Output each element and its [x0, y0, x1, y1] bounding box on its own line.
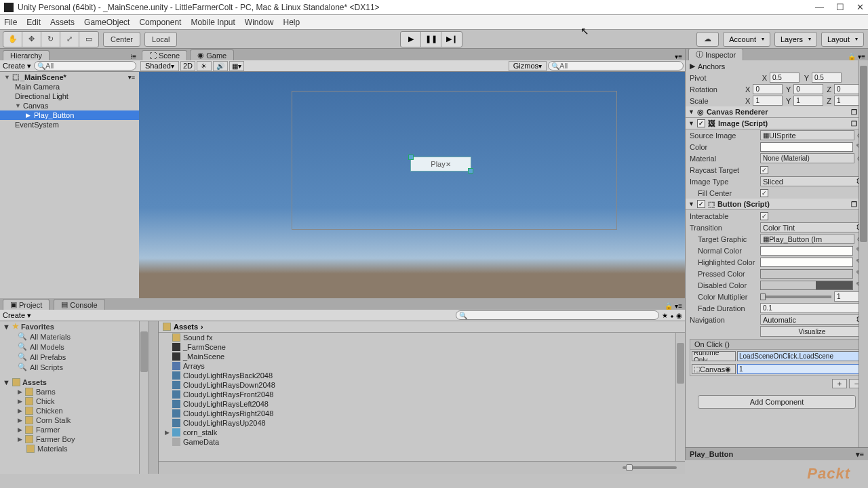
menu-mobileinput[interactable]: Mobile Input: [191, 18, 235, 27]
event-add-button[interactable]: +: [832, 379, 847, 388]
asset-item[interactable]: CloudyLightRaysFront2048: [159, 390, 685, 399]
project-create-dropdown[interactable]: Create ▾: [3, 311, 31, 320]
tool-rotate-icon[interactable]: ↻: [41, 32, 60, 47]
hierarchy-item[interactable]: Main Camera: [0, 82, 139, 92]
scene-tab-menu-icon[interactable]: ▾≡: [675, 53, 682, 60]
cloud-button[interactable]: ☁: [696, 32, 719, 47]
interactable-checkbox[interactable]: [760, 212, 768, 220]
runtime-dropdown[interactable]: Runtime Only: [692, 351, 736, 361]
navigation-dropdown[interactable]: Automatic⇕: [760, 314, 864, 325]
favorite-item[interactable]: 🔍All Scripts: [0, 362, 149, 372]
asset-item[interactable]: Sound fx: [159, 333, 685, 342]
pressed-color-swatch[interactable]: [760, 269, 853, 279]
rot-y-input[interactable]: 0: [793, 84, 823, 94]
fill-center-checkbox[interactable]: [760, 189, 768, 197]
multiplier-slider[interactable]: [760, 296, 831, 298]
fade-duration-input[interactable]: 0.1: [760, 303, 864, 313]
image-type-dropdown[interactable]: Sliced⇕: [760, 176, 864, 186]
scale-y-input[interactable]: 1: [793, 96, 823, 106]
menu-help[interactable]: Help: [283, 18, 300, 27]
asset-item[interactable]: CloudyLightRaysUp2048: [159, 418, 685, 428]
asset-item[interactable]: Arrays: [159, 361, 685, 371]
transition-dropdown[interactable]: Color Tint⇕: [760, 222, 864, 232]
asset-item[interactable]: CloudyLightRaysLeft2048: [159, 399, 685, 409]
favorite-item[interactable]: 🔍All Prefabs: [0, 352, 149, 362]
hierarchy-scene-root[interactable]: ▼⬚ _MainScene*▾≡: [0, 72, 139, 82]
tool-rect-icon[interactable]: ▭: [79, 32, 98, 47]
add-component-button[interactable]: Add Component: [698, 395, 856, 409]
splitter-handle[interactable]: [149, 321, 159, 474]
account-dropdown[interactable]: Account: [723, 32, 770, 47]
asset-list-scrollbar[interactable]: [675, 333, 685, 461]
asset-item[interactable]: GameData: [159, 437, 685, 447]
hierarchy-item-selected[interactable]: ▶Play_Button: [0, 110, 139, 120]
hierarchy-item[interactable]: ▼Canvas: [0, 101, 139, 110]
visualize-button[interactable]: Visualize: [760, 326, 864, 337]
comp-image[interactable]: ▼ 🖼 Image (Script)❐ ⚙: [686, 118, 868, 129]
play-button[interactable]: ▶: [401, 32, 421, 47]
layers-dropdown[interactable]: Layers: [774, 32, 817, 47]
scene-audio-icon[interactable]: 🔊: [213, 61, 228, 71]
folder-tree-scrollbar[interactable]: [139, 321, 149, 474]
project-tab[interactable]: ▣ Project: [3, 299, 50, 310]
onclick-arg-input[interactable]: 1: [737, 364, 862, 374]
menu-edit[interactable]: Edit: [26, 18, 41, 27]
material-field[interactable]: None (Material): [760, 153, 854, 163]
favorites-header[interactable]: ▼★Favorites: [0, 321, 149, 331]
asset-breadcrumb[interactable]: Assets ›: [159, 321, 685, 333]
pivot-local-button[interactable]: Local: [144, 32, 177, 47]
mode-2d-toggle[interactable]: 2D: [180, 61, 195, 71]
asset-item[interactable]: _FarmScene: [159, 342, 685, 352]
pivot-x-input[interactable]: 0.5: [770, 73, 800, 83]
comp-button[interactable]: ▼ ⬚ Button (Script)❐ ⚙: [686, 199, 868, 210]
asset-item[interactable]: CloudyLightRaysDown2048: [159, 380, 685, 390]
hierarchy-lock-icon[interactable]: ⁝≡: [130, 53, 136, 60]
hierarchy-item[interactable]: EventSystem: [0, 120, 139, 129]
window-minimize-icon[interactable]: —: [815, 2, 824, 12]
scene-play-button-selected[interactable]: Play ✕: [410, 157, 471, 171]
layout-dropdown[interactable]: Layout: [821, 32, 864, 47]
normal-color-swatch[interactable]: [760, 246, 853, 256]
menu-gameobject[interactable]: GameObject: [84, 18, 130, 27]
project-search-input[interactable]: 🔍: [456, 310, 659, 320]
onclick-object-field[interactable]: ⬚Canvas ◉: [692, 364, 736, 374]
folder-item[interactable]: ▶Chick: [0, 396, 149, 406]
favorite-item[interactable]: 🔍All Materials: [0, 331, 149, 342]
tool-scale-icon[interactable]: ⤢: [60, 32, 79, 47]
disabled-color-swatch[interactable]: [760, 281, 853, 290]
assetbundle-dropdown-icon[interactable]: ▾≡: [856, 450, 864, 459]
folder-item[interactable]: ▶Chicken: [0, 406, 149, 415]
project-tab-menu-icon[interactable]: 🔒 ▾≡: [665, 302, 682, 310]
asset-item[interactable]: CloudyLightRaysRight2048: [159, 409, 685, 418]
source-image-field[interactable]: ▦UISprite: [760, 130, 854, 140]
folder-item[interactable]: ▶Barns: [0, 387, 149, 396]
folder-item[interactable]: ▶Farmer: [0, 425, 149, 434]
image-color-swatch[interactable]: [760, 142, 853, 152]
icon-size-slider[interactable]: [623, 466, 677, 469]
hierarchy-item[interactable]: Directional Light: [0, 92, 139, 101]
scene-tab[interactable]: ⛶ Scene: [142, 50, 187, 60]
highlight-color-swatch[interactable]: [760, 258, 853, 267]
step-button[interactable]: ▶❙: [441, 32, 462, 47]
raycast-checkbox[interactable]: [760, 166, 768, 174]
console-tab[interactable]: ▤ Console: [54, 299, 104, 310]
rot-x-input[interactable]: 0: [753, 84, 783, 94]
game-tab[interactable]: ◉ Game: [190, 49, 234, 60]
pivot-y-input[interactable]: 0.5: [812, 73, 842, 83]
menu-window[interactable]: Window: [245, 18, 274, 27]
scene-light-icon[interactable]: ☀: [197, 61, 212, 71]
window-maximize-icon[interactable]: ☐: [836, 2, 844, 12]
folder-item[interactable]: ▶Farmer Boy: [0, 434, 149, 444]
folder-item[interactable]: Materials: [0, 444, 149, 453]
gizmos-dropdown[interactable]: Gizmos ▾: [509, 61, 547, 71]
asset-item[interactable]: _MainScene: [159, 352, 685, 361]
menu-component[interactable]: Component: [139, 18, 181, 27]
asset-item[interactable]: CloudyLightRaysBack2048: [159, 371, 685, 380]
inspector-lock-icon[interactable]: 🔒 ▾≡: [848, 53, 865, 60]
folder-item[interactable]: ▶Corn Stalk: [0, 415, 149, 425]
inspector-tab[interactable]: ⓘ Inspector: [688, 48, 743, 60]
hierarchy-create-dropdown[interactable]: Create ▾: [3, 62, 31, 70]
method-dropdown[interactable]: LoadSceneOnClick.LoadScene: [737, 351, 862, 361]
inspector-scrollbar[interactable]: [859, 60, 868, 447]
search-filter-icon[interactable]: ★ ⬥ ◉: [662, 312, 682, 319]
